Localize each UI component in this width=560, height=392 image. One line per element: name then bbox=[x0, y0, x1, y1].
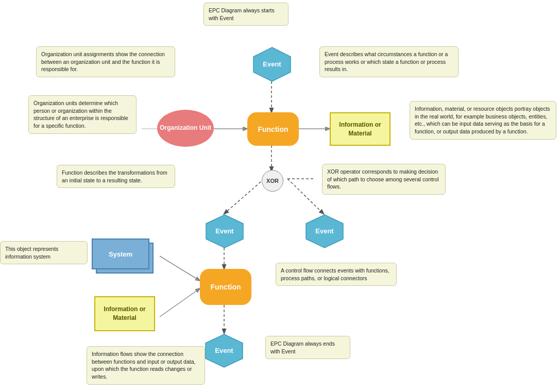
callout-sys-desc: This object represents information syste… bbox=[0, 241, 88, 264]
callout-event-desc: Event describes what circumstances a fun… bbox=[319, 46, 459, 77]
callout-info-flow: Information flows show the connection be… bbox=[87, 346, 205, 385]
diagram-container: EPC Diagram always starts with Event Org… bbox=[0, 0, 560, 392]
svg-line-3 bbox=[287, 179, 324, 214]
func-bottom-shape: Function bbox=[200, 269, 251, 305]
callout-epc-end: EPC Diagram always ends with Event bbox=[265, 336, 350, 359]
svg-text:Event: Event bbox=[215, 347, 233, 354]
callout-control-flow: A control flow connects events with func… bbox=[276, 263, 397, 286]
info-mat-bottom-shape: Information or Material bbox=[94, 296, 155, 331]
callout-org-units: Organization units determine which perso… bbox=[28, 95, 137, 134]
org-unit-shape: Organization Unit bbox=[157, 110, 214, 147]
info-mat-top-shape: Information or Material bbox=[330, 112, 391, 146]
event-mid-right-shape: Event bbox=[304, 214, 345, 249]
svg-text:Event: Event bbox=[315, 227, 334, 235]
event-bottom-shape: Event bbox=[203, 333, 245, 368]
svg-line-9 bbox=[160, 256, 200, 281]
callout-xor-desc: XOR operator corresponds to making decis… bbox=[322, 164, 446, 195]
callout-org-assign: Organization unit assignments show the c… bbox=[36, 46, 175, 77]
event-mid-left-shape: Event bbox=[204, 214, 245, 249]
svg-text:Event: Event bbox=[263, 60, 281, 68]
system-outer: System bbox=[92, 238, 154, 274]
svg-line-8 bbox=[160, 288, 200, 317]
callout-func-desc: Function describes the transformations f… bbox=[57, 165, 175, 188]
svg-line-2 bbox=[224, 179, 264, 214]
callout-epc-start: EPC Diagram always starts with Event bbox=[203, 3, 289, 26]
func-top-shape: Function bbox=[247, 112, 299, 146]
event-top-shape: Event bbox=[251, 46, 293, 82]
callout-info-mat-desc: Information, material, or resource objec… bbox=[410, 101, 556, 140]
svg-text:Event: Event bbox=[215, 227, 234, 235]
xor-shape: XOR bbox=[262, 170, 283, 192]
